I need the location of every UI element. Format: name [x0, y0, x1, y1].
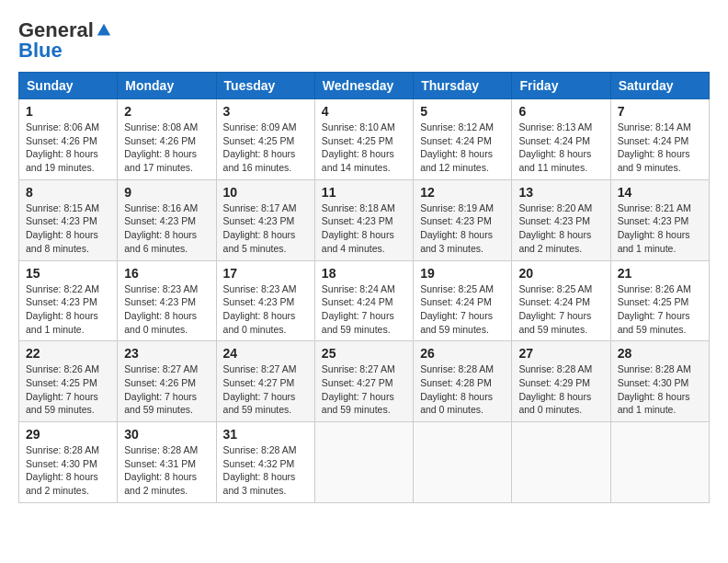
day-info: Sunrise: 8:17 AM Sunset: 4:23 PM Dayligh… — [223, 201, 308, 256]
day-info: Sunrise: 8:12 AM Sunset: 4:24 PM Dayligh… — [420, 121, 505, 175]
day-number: 24 — [223, 346, 308, 361]
header-wednesday: Wednesday — [314, 73, 413, 99]
calendar-cell — [414, 422, 512, 503]
header-saturday: Saturday — [610, 73, 709, 99]
day-info: Sunrise: 8:28 AM Sunset: 4:30 PM Dayligh… — [618, 362, 702, 417]
day-number: 25 — [322, 346, 406, 361]
day-info: Sunrise: 8:28 AM Sunset: 4:32 PM Dayligh… — [223, 443, 308, 498]
day-info: Sunrise: 8:23 AM Sunset: 4:23 PM Dayligh… — [124, 282, 209, 337]
day-info: Sunrise: 8:25 AM Sunset: 4:24 PM Dayligh… — [518, 282, 603, 337]
header-friday: Friday — [512, 73, 610, 99]
calendar-cell — [610, 422, 709, 503]
svg-marker-0 — [97, 24, 110, 36]
day-info: Sunrise: 8:08 AM Sunset: 4:26 PM Dayligh… — [124, 121, 209, 175]
day-number: 3 — [223, 104, 308, 119]
calendar-header-row: SundayMondayTuesdayWednesdayThursdayFrid… — [19, 73, 710, 99]
calendar-week-1: 1 Sunrise: 8:06 AM Sunset: 4:26 PM Dayli… — [19, 99, 710, 180]
calendar-cell: 30 Sunrise: 8:28 AM Sunset: 4:31 PM Dayl… — [118, 422, 216, 503]
day-info: Sunrise: 8:22 AM Sunset: 4:23 PM Dayligh… — [26, 282, 110, 337]
day-number: 9 — [124, 185, 209, 200]
calendar-cell: 16 Sunrise: 8:23 AM Sunset: 4:23 PM Dayl… — [118, 260, 216, 341]
day-info: Sunrise: 8:15 AM Sunset: 4:23 PM Dayligh… — [26, 201, 110, 256]
calendar-cell: 24 Sunrise: 8:27 AM Sunset: 4:27 PM Dayl… — [216, 341, 314, 422]
header-thursday: Thursday — [414, 73, 512, 99]
calendar-cell: 26 Sunrise: 8:28 AM Sunset: 4:28 PM Dayl… — [414, 341, 512, 422]
day-info: Sunrise: 8:14 AM Sunset: 4:24 PM Dayligh… — [618, 121, 702, 175]
logo-blue-text: Blue — [18, 39, 63, 63]
day-info: Sunrise: 8:28 AM Sunset: 4:30 PM Dayligh… — [26, 443, 110, 498]
day-number: 27 — [518, 346, 603, 361]
day-number: 6 — [518, 104, 603, 119]
day-number: 16 — [124, 266, 209, 281]
day-number: 14 — [618, 185, 702, 200]
day-info: Sunrise: 8:26 AM Sunset: 4:25 PM Dayligh… — [26, 362, 110, 417]
calendar-cell: 29 Sunrise: 8:28 AM Sunset: 4:30 PM Dayl… — [19, 422, 118, 503]
day-info: Sunrise: 8:28 AM Sunset: 4:29 PM Dayligh… — [518, 362, 603, 417]
calendar-cell: 3 Sunrise: 8:09 AM Sunset: 4:25 PM Dayli… — [216, 99, 314, 180]
calendar-cell: 25 Sunrise: 8:27 AM Sunset: 4:27 PM Dayl… — [314, 341, 413, 422]
day-number: 1 — [26, 104, 110, 119]
calendar-cell: 27 Sunrise: 8:28 AM Sunset: 4:29 PM Dayl… — [512, 341, 610, 422]
day-info: Sunrise: 8:27 AM Sunset: 4:27 PM Dayligh… — [223, 362, 308, 417]
calendar-cell: 18 Sunrise: 8:24 AM Sunset: 4:24 PM Dayl… — [314, 260, 413, 341]
day-number: 13 — [518, 185, 603, 200]
day-number: 2 — [124, 104, 209, 119]
calendar-week-3: 15 Sunrise: 8:22 AM Sunset: 4:23 PM Dayl… — [19, 260, 710, 341]
day-info: Sunrise: 8:27 AM Sunset: 4:26 PM Dayligh… — [124, 362, 209, 417]
calendar-cell: 9 Sunrise: 8:16 AM Sunset: 4:23 PM Dayli… — [118, 179, 216, 260]
day-number: 15 — [26, 266, 110, 281]
day-info: Sunrise: 8:25 AM Sunset: 4:24 PM Dayligh… — [420, 282, 505, 337]
day-info: Sunrise: 8:13 AM Sunset: 4:24 PM Dayligh… — [518, 121, 603, 175]
day-info: Sunrise: 8:20 AM Sunset: 4:23 PM Dayligh… — [518, 201, 603, 256]
page-header: General Blue — [18, 18, 710, 63]
calendar-cell: 22 Sunrise: 8:26 AM Sunset: 4:25 PM Dayl… — [19, 341, 118, 422]
day-info: Sunrise: 8:06 AM Sunset: 4:26 PM Dayligh… — [26, 121, 110, 175]
day-number: 22 — [26, 346, 110, 361]
day-info: Sunrise: 8:24 AM Sunset: 4:24 PM Dayligh… — [322, 282, 406, 337]
calendar-week-5: 29 Sunrise: 8:28 AM Sunset: 4:30 PM Dayl… — [19, 422, 710, 503]
day-number: 17 — [223, 266, 308, 281]
day-number: 29 — [26, 427, 110, 442]
day-number: 28 — [618, 346, 702, 361]
logo: General Blue — [18, 18, 112, 63]
day-number: 4 — [322, 104, 406, 119]
day-number: 20 — [518, 266, 603, 281]
day-number: 21 — [618, 266, 702, 281]
day-info: Sunrise: 8:10 AM Sunset: 4:25 PM Dayligh… — [322, 121, 406, 175]
calendar-cell — [512, 422, 610, 503]
day-number: 12 — [420, 185, 505, 200]
header-monday: Monday — [118, 73, 216, 99]
day-number: 30 — [124, 427, 209, 442]
logo-icon — [96, 22, 112, 39]
day-number: 18 — [322, 266, 406, 281]
day-number: 26 — [420, 346, 505, 361]
calendar-cell: 19 Sunrise: 8:25 AM Sunset: 4:24 PM Dayl… — [414, 260, 512, 341]
calendar-week-2: 8 Sunrise: 8:15 AM Sunset: 4:23 PM Dayli… — [19, 179, 710, 260]
calendar-cell: 21 Sunrise: 8:26 AM Sunset: 4:25 PM Dayl… — [610, 260, 709, 341]
calendar-cell: 6 Sunrise: 8:13 AM Sunset: 4:24 PM Dayli… — [512, 99, 610, 180]
day-number: 19 — [420, 266, 505, 281]
day-info: Sunrise: 8:19 AM Sunset: 4:23 PM Dayligh… — [420, 201, 505, 256]
day-info: Sunrise: 8:28 AM Sunset: 4:31 PM Dayligh… — [124, 443, 209, 498]
calendar-cell: 15 Sunrise: 8:22 AM Sunset: 4:23 PM Dayl… — [19, 260, 118, 341]
calendar-cell: 11 Sunrise: 8:18 AM Sunset: 4:23 PM Dayl… — [314, 179, 413, 260]
day-number: 23 — [124, 346, 209, 361]
calendar-week-4: 22 Sunrise: 8:26 AM Sunset: 4:25 PM Dayl… — [19, 341, 710, 422]
calendar-cell: 20 Sunrise: 8:25 AM Sunset: 4:24 PM Dayl… — [512, 260, 610, 341]
day-number: 31 — [223, 427, 308, 442]
day-info: Sunrise: 8:28 AM Sunset: 4:28 PM Dayligh… — [420, 362, 505, 417]
day-number: 11 — [322, 185, 406, 200]
day-info: Sunrise: 8:18 AM Sunset: 4:23 PM Dayligh… — [322, 201, 406, 256]
calendar-cell: 28 Sunrise: 8:28 AM Sunset: 4:30 PM Dayl… — [610, 341, 709, 422]
calendar-cell: 7 Sunrise: 8:14 AM Sunset: 4:24 PM Dayli… — [610, 99, 709, 180]
calendar-cell: 14 Sunrise: 8:21 AM Sunset: 4:23 PM Dayl… — [610, 179, 709, 260]
day-number: 7 — [618, 104, 702, 119]
calendar-cell: 4 Sunrise: 8:10 AM Sunset: 4:25 PM Dayli… — [314, 99, 413, 180]
day-info: Sunrise: 8:09 AM Sunset: 4:25 PM Dayligh… — [223, 121, 308, 175]
header-tuesday: Tuesday — [216, 73, 314, 99]
calendar-cell: 17 Sunrise: 8:23 AM Sunset: 4:23 PM Dayl… — [216, 260, 314, 341]
calendar-cell: 10 Sunrise: 8:17 AM Sunset: 4:23 PM Dayl… — [216, 179, 314, 260]
calendar-cell: 5 Sunrise: 8:12 AM Sunset: 4:24 PM Dayli… — [414, 99, 512, 180]
calendar-cell: 12 Sunrise: 8:19 AM Sunset: 4:23 PM Dayl… — [414, 179, 512, 260]
calendar-cell: 8 Sunrise: 8:15 AM Sunset: 4:23 PM Dayli… — [19, 179, 118, 260]
